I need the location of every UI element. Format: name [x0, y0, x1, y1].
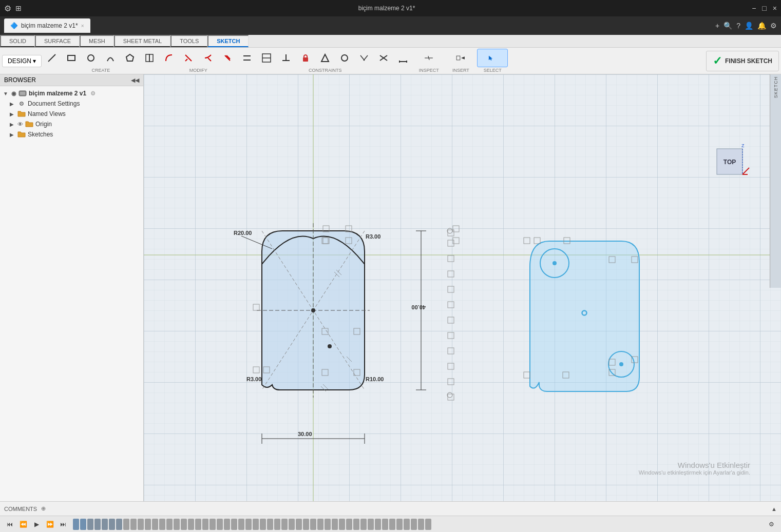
tree-document-settings[interactable]: ▶ Document Settings: [0, 98, 143, 109]
offset-tool[interactable]: [218, 49, 237, 67]
root-expand[interactable]: ▼: [2, 90, 9, 97]
timeline-item[interactable]: [375, 519, 381, 530]
help-icon[interactable]: ?: [736, 22, 740, 30]
timeline-item[interactable]: [166, 519, 173, 530]
comments-collapse[interactable]: ▲: [771, 506, 777, 512]
timeline-item[interactable]: [418, 519, 424, 530]
timeline-item[interactable]: [202, 519, 208, 530]
timeline-item[interactable]: [425, 519, 431, 530]
settings-icon[interactable]: ⚙: [770, 22, 777, 30]
new-tab-button[interactable]: +: [715, 22, 719, 30]
timeline-item[interactable]: [245, 519, 252, 530]
extend-tool[interactable]: [199, 49, 217, 67]
tree-root[interactable]: ▼ ◉ biçim malzeme 2 v1 ⚙: [0, 88, 143, 98]
dimension-tool[interactable]: [394, 49, 412, 67]
timeline-item[interactable]: [339, 519, 345, 530]
timeline-item[interactable]: [274, 519, 280, 530]
tab-sheet-metal[interactable]: SHEET METAL: [114, 35, 170, 47]
timeline-item[interactable]: [231, 519, 237, 530]
tab-biçim-malzeme[interactable]: 🔷 biçim malzeme 2 v1* ×: [4, 18, 90, 33]
timeline-item[interactable]: [224, 519, 230, 530]
origin-expand[interactable]: ▶: [8, 121, 15, 128]
timeline-item[interactable]: [217, 519, 223, 530]
insert-tool[interactable]: [445, 49, 476, 67]
timeline-item[interactable]: [116, 519, 122, 530]
timeline-item[interactable]: [267, 519, 273, 530]
equal-constraint[interactable]: [335, 49, 354, 67]
inspect-tool[interactable]: [413, 49, 444, 67]
left-sketch-shape[interactable]: [257, 223, 370, 398]
timeline-item[interactable]: [109, 519, 115, 530]
timeline-item[interactable]: [174, 519, 180, 530]
timeline-item[interactable]: [281, 519, 288, 530]
timeline-item[interactable]: [73, 519, 79, 530]
user-icon[interactable]: 👤: [745, 22, 753, 30]
timeline-item[interactable]: [332, 519, 338, 530]
trim-tool[interactable]: [179, 49, 198, 67]
timeline-item[interactable]: [411, 519, 417, 530]
timeline-item[interactable]: [310, 519, 316, 530]
timeline-item[interactable]: [145, 519, 151, 530]
design-button[interactable]: DESIGN ▾: [2, 55, 42, 67]
timeline-item[interactable]: [389, 519, 395, 530]
rectangle-tool[interactable]: [62, 49, 81, 67]
triangle-constraint[interactable]: [316, 49, 334, 67]
timeline-item[interactable]: [325, 519, 331, 530]
timeline-item[interactable]: [130, 519, 137, 530]
perpendicular-constraint[interactable]: [277, 49, 295, 67]
circle-tool[interactable]: [82, 49, 100, 67]
settings-button[interactable]: ⚙: [766, 519, 777, 530]
viewport[interactable]: R20.00 R3.00 R3.00 R10.00 30.00: [144, 74, 781, 501]
close-button[interactable]: ×: [773, 4, 777, 12]
timeline-item[interactable]: [138, 519, 144, 530]
maximize-button[interactable]: □: [762, 4, 766, 12]
timeline-item[interactable]: [209, 519, 216, 530]
tab-surface[interactable]: SURFACE: [35, 35, 80, 47]
timeline-item[interactable]: [346, 519, 352, 530]
view-cube[interactable]: TOP X Z: [709, 141, 750, 182]
tab-mesh[interactable]: MESH: [80, 35, 114, 47]
timeline-item[interactable]: [396, 519, 403, 530]
polygon-tool[interactable]: [121, 49, 139, 67]
horizontal-constraint[interactable]: [257, 49, 276, 67]
tree-sketches[interactable]: ▶ Sketches: [0, 129, 143, 140]
timeline-item[interactable]: [353, 519, 359, 530]
sketches-expand[interactable]: ▶: [8, 131, 15, 138]
tree-named-views[interactable]: ▶ Named Views: [0, 109, 143, 119]
minimize-button[interactable]: −: [752, 4, 756, 12]
tab-close-button[interactable]: ×: [81, 23, 84, 29]
timeline-item[interactable]: [181, 519, 187, 530]
play-next-button[interactable]: ⏩: [44, 519, 55, 530]
timeline-item[interactable]: [404, 519, 410, 530]
timeline-item[interactable]: [253, 519, 259, 530]
mirror-constraint[interactable]: [374, 49, 393, 67]
timeline-item[interactable]: [80, 519, 86, 530]
line-tool[interactable]: [43, 49, 61, 67]
timeline-item[interactable]: [123, 519, 129, 530]
play-start-button[interactable]: ⏮: [4, 519, 15, 530]
doc-settings-expand[interactable]: ▶: [8, 100, 15, 107]
timeline-item[interactable]: [382, 519, 388, 530]
root-settings-icon[interactable]: ⚙: [90, 90, 96, 97]
timeline-item[interactable]: [317, 519, 323, 530]
root-visibility[interactable]: ◉: [11, 90, 16, 97]
named-views-expand[interactable]: ▶: [8, 110, 15, 117]
symmetry-constraint[interactable]: [355, 49, 373, 67]
play-button[interactable]: ▶: [31, 519, 42, 530]
timeline-item[interactable]: [368, 519, 374, 530]
play-prev-button[interactable]: ⏪: [17, 519, 29, 530]
browser-collapse-button[interactable]: ◀◀: [131, 77, 139, 84]
fillet-tool[interactable]: [160, 49, 178, 67]
tab-solid[interactable]: SOLID: [0, 35, 35, 47]
timeline-item[interactable]: [188, 519, 194, 530]
timeline-item[interactable]: [296, 519, 302, 530]
timeline-item[interactable]: [303, 519, 309, 530]
timeline-item[interactable]: [102, 519, 108, 530]
timeline-item[interactable]: [195, 519, 201, 530]
play-end-button[interactable]: ⏭: [58, 519, 69, 530]
project-tool[interactable]: [140, 49, 159, 67]
timeline-item[interactable]: [360, 519, 367, 530]
timeline-item[interactable]: [159, 519, 165, 530]
timeline-item[interactable]: [94, 519, 101, 530]
timeline-item[interactable]: [87, 519, 93, 530]
